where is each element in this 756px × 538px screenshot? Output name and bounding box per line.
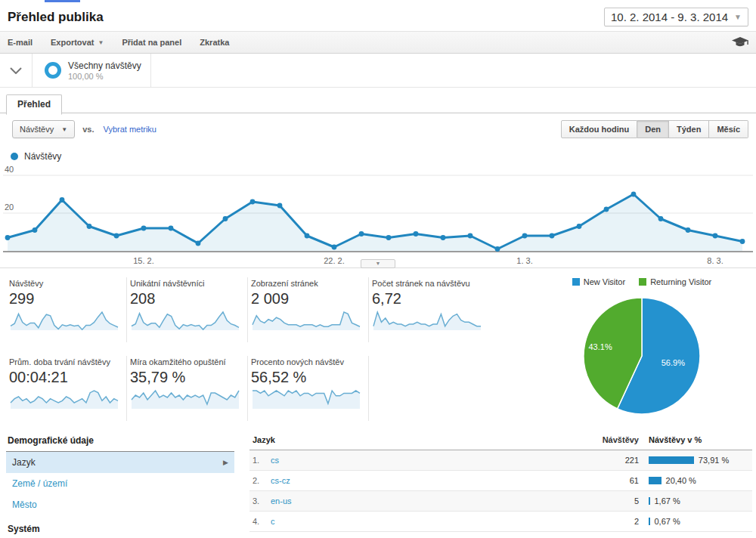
language-table: Jazyk Návštěvy Návštěvy v % 1.cs22173,91… — [249, 431, 752, 538]
language-link[interactable]: cs-cz — [271, 476, 290, 485]
metric-card-6[interactable]: Míra okamžitého opuštění35,79 % — [127, 356, 248, 421]
metric-sparkline — [251, 309, 361, 332]
metric-card-value: 56,52 % — [251, 369, 359, 386]
chevron-down-icon: ▼ — [98, 39, 104, 46]
date-range-selector[interactable]: 10. 2. 2014 - 9. 3. 2014 ▼ — [604, 8, 748, 26]
visitor-type-pie-chart[interactable]: 56.9%43.1% — [570, 291, 714, 421]
svg-text:1. 3.: 1. 3. — [516, 256, 532, 265]
report-bottom-section: Demografické údaje Jazyk ▶ Země / území … — [0, 431, 756, 538]
percent-bar — [649, 456, 694, 464]
pie-slice-label: 43.1% — [589, 342, 612, 351]
overview-section: Návštěvy299Unikátní návštěvníci208Zobraz… — [0, 277, 756, 421]
col-header-visits-percent[interactable]: Návštěvy v % — [639, 435, 752, 444]
table-row: 2.cs-cz6120,40 % — [249, 471, 752, 491]
visits-value: 5 — [586, 496, 639, 506]
shortcut-button[interactable]: Zkratka — [200, 38, 229, 47]
sidebar-heading-system: Systém — [6, 520, 234, 538]
series-dot-icon — [11, 153, 18, 160]
percent-value: 1,67 % — [655, 496, 680, 506]
metric-card-2[interactable]: Unikátní návštěvníci208 — [127, 277, 248, 342]
report-toolbar: E-mail Exportovat▼ Přidat na panel Zkrat… — [0, 31, 756, 54]
granularity-month-button[interactable]: Měsíc — [709, 120, 748, 138]
metric-sparkline — [251, 388, 361, 410]
granularity-button-group: Každou hodinu Den Týden Měsíc — [561, 120, 748, 138]
dimension-sidebar: Demografické údaje Jazyk ▶ Země / území … — [6, 431, 234, 538]
email-button[interactable]: E-mail — [8, 38, 33, 47]
add-to-dashboard-button[interactable]: Přidat na panel — [122, 38, 181, 47]
metric-card-value: 208 — [130, 290, 238, 308]
segment-collapse-button[interactable] — [0, 54, 33, 87]
row-index: 1. — [253, 456, 265, 465]
visitor-type-panel: New Visitor Returning Visitor 56.9%43.1% — [528, 277, 756, 421]
chevron-down-icon: ▼ — [61, 126, 67, 133]
report-tab-bar: Přehled — [0, 94, 756, 113]
sidebar-item-label: Země / území — [12, 478, 67, 489]
pie-slice-label: 56.9% — [662, 358, 685, 367]
metric-card-4[interactable]: Počet stránek na návštěvu6,72 — [369, 277, 490, 342]
returning-visitor-swatch-icon — [639, 278, 646, 286]
sidebar-item-city[interactable]: Město — [6, 494, 234, 515]
granularity-day-button[interactable]: Den — [637, 120, 669, 138]
chart-collapse-button[interactable]: ▼ — [361, 259, 395, 268]
export-button[interactable]: Exportovat▼ — [51, 38, 104, 47]
sidebar-item-label: Město — [12, 499, 37, 510]
metric-card-value: 299 — [9, 290, 117, 308]
table-header: Jazyk Návštěvy Návštěvy v % — [249, 431, 752, 450]
visits-line-chart[interactable]: 204015. 2.22. 2.1. 3.8. 3. — [0, 163, 756, 267]
chart-legend-label: Návštěvy — [24, 151, 61, 162]
metric-card-value: 2 009 — [251, 290, 359, 308]
percent-bar — [649, 477, 662, 484]
tab-overview[interactable]: Přehled — [6, 94, 62, 115]
col-header-language[interactable]: Jazyk — [249, 435, 586, 444]
percent-bar — [649, 497, 650, 505]
metric-card-label: Unikátní návštěvníci — [130, 279, 238, 288]
graduation-cap-icon[interactable] — [732, 37, 748, 48]
sidebar-item-country[interactable]: Země / území — [6, 473, 234, 494]
chart-divider: ▼ — [0, 267, 756, 268]
sidebar-item-label: Jazyk — [12, 457, 36, 468]
metric-sparkline — [9, 388, 119, 410]
pie-legend-returning-visitor: Returning Visitor — [639, 277, 711, 286]
new-visitor-swatch-icon — [572, 278, 580, 286]
granularity-hourly-button[interactable]: Každou hodinu — [561, 120, 637, 138]
percent-bar — [649, 518, 650, 525]
svg-text:15. 2.: 15. 2. — [133, 256, 154, 265]
svg-text:20: 20 — [5, 203, 14, 212]
metric-card-3[interactable]: Zobrazení stránek2 009 — [248, 277, 369, 342]
row-index: 4. — [253, 517, 265, 526]
vs-label: vs. — [82, 125, 94, 134]
percent-value: 73,91 % — [699, 456, 729, 465]
page-header: Přehled publika 10. 2. 2014 - 9. 3. 2014… — [0, 0, 756, 31]
table-row: 1.cs22173,91 % — [249, 450, 752, 471]
page-title: Přehled publika — [8, 10, 104, 25]
svg-text:8. 3.: 8. 3. — [707, 256, 723, 265]
visits-value: 221 — [586, 456, 639, 465]
metric-card-value: 6,72 — [372, 290, 481, 308]
pie-legend-label: New Visitor — [584, 277, 625, 286]
sidebar-heading-demographics: Demografické údaje — [6, 431, 234, 452]
metric-dropdown[interactable]: Návštěvy ▼ — [12, 120, 75, 138]
chevron-down-icon: ▼ — [734, 13, 742, 21]
metric-card-5[interactable]: Prům. doba trvání návštěvy00:04:21 — [6, 356, 127, 421]
sidebar-item-language[interactable]: Jazyk ▶ — [6, 452, 234, 473]
granularity-week-button[interactable]: Týden — [669, 120, 709, 138]
chart-legend: Návštěvy — [11, 151, 756, 162]
language-link[interactable]: en-us — [271, 496, 292, 506]
metric-sparkline — [130, 309, 240, 332]
language-link[interactable]: c — [271, 517, 275, 526]
metric-card-label: Prům. doba trvání návštěvy — [9, 357, 117, 366]
metric-sparkline — [9, 309, 119, 332]
chevron-down-icon — [10, 67, 22, 74]
date-range-value: 10. 2. 2014 - 9. 3. 2014 — [611, 11, 728, 23]
metric-sparkline — [372, 309, 482, 332]
visits-value: 61 — [586, 476, 639, 485]
pie-legend: New Visitor Returning Visitor — [528, 277, 756, 286]
select-metric-link[interactable]: Vybrat metriku — [103, 125, 156, 134]
col-header-visits[interactable]: Návštěvy — [586, 435, 639, 444]
metric-card-1[interactable]: Návštěvy299 — [6, 277, 127, 342]
segment-all-visits[interactable]: Všechny návštěvy 100,00 % — [33, 54, 151, 87]
language-link[interactable]: cs — [271, 456, 279, 465]
visits-value: 2 — [586, 517, 639, 526]
table-body: 1.cs22173,91 %2.cs-cz6120,40 %3.en-us51,… — [249, 450, 752, 532]
metric-card-7[interactable]: Procento nových návštěv56,52 % — [248, 356, 369, 421]
